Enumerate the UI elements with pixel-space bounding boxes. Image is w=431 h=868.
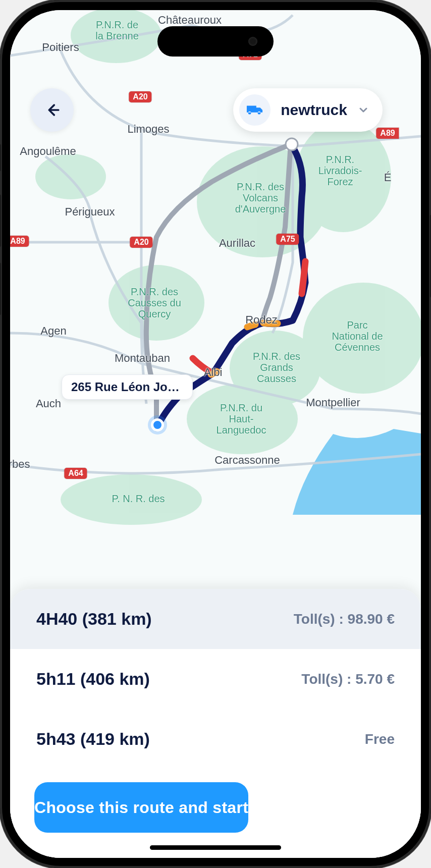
map-city-label: Auch bbox=[36, 397, 61, 410]
map-park-label: P. N. R. des bbox=[112, 493, 165, 504]
start-route-button[interactable]: Choose this route and start bbox=[34, 782, 248, 833]
arrow-left-icon bbox=[43, 101, 61, 119]
map-city-label: Châteauroux bbox=[158, 14, 222, 27]
screen: ChâteaurouxPoitiersLimogesAngoulêmePérig… bbox=[10, 10, 421, 858]
map-city-label: Périgueux bbox=[65, 205, 115, 219]
map-city-label: Montauban bbox=[115, 352, 170, 365]
road-badge: A89 bbox=[376, 128, 399, 139]
map-city-label: Angoulême bbox=[20, 145, 76, 158]
route-summary: 5h11 (406 km) bbox=[36, 669, 150, 689]
route-options-sheet: 4H40 (381 km) Toll(s) : 98.90 € 5h11 (40… bbox=[10, 589, 421, 858]
map-city-label: Carcassonne bbox=[214, 454, 280, 467]
map-city-label: Limoges bbox=[127, 123, 169, 136]
phone-frame: ChâteaurouxPoitiersLimogesAngoulêmePérig… bbox=[0, 0, 431, 868]
side-button bbox=[0, 262, 1, 315]
side-button bbox=[0, 194, 1, 247]
road-badge: A20 bbox=[129, 91, 151, 102]
route-toll: Free bbox=[365, 731, 395, 747]
map-city-label: Rodez bbox=[245, 313, 278, 327]
map-park-label: P.N.R. de la Brenne bbox=[95, 19, 139, 41]
dynamic-island bbox=[157, 26, 274, 57]
side-button bbox=[0, 144, 1, 172]
map-park-label: P.N.R. des Grands Causses bbox=[253, 351, 300, 384]
home-indicator[interactable] bbox=[150, 845, 281, 850]
road-badge: A64 bbox=[64, 468, 87, 479]
route-summary: 4H40 (381 km) bbox=[36, 609, 152, 629]
map-city-label: Albi bbox=[204, 366, 223, 379]
vehicle-selector[interactable]: newtruck bbox=[233, 88, 383, 132]
road-badge: A20 bbox=[130, 237, 152, 248]
map-city-label: É bbox=[384, 171, 392, 184]
route-option[interactable]: 5h11 (406 km) Toll(s) : 5.70 € bbox=[10, 649, 421, 709]
map-park-label: P.N.R. Livradois- Forez bbox=[318, 154, 362, 187]
map-park-label: P.N.R. des Volcans d'Auvergne bbox=[235, 181, 286, 214]
map-park-label: Parc National de Cévennes bbox=[332, 319, 383, 353]
destination-label[interactable]: 265 Rue Léon Joulin… bbox=[62, 374, 193, 400]
map-park-label: P.N.R. des Causses du Quercy bbox=[128, 286, 181, 319]
vehicle-name: newtruck bbox=[281, 101, 347, 119]
route-option[interactable]: 5h43 (419 km) Free bbox=[10, 709, 421, 769]
map-city-label: Montpellier bbox=[306, 396, 360, 409]
route-toll: Toll(s) : 5.70 € bbox=[301, 671, 395, 687]
current-location-dot bbox=[151, 418, 164, 431]
route-summary: 5h43 (419 km) bbox=[36, 729, 150, 749]
map-city-label: Agen bbox=[40, 324, 66, 338]
svg-point-7 bbox=[35, 154, 106, 199]
map-city-label: Aurillac bbox=[219, 237, 255, 250]
back-button[interactable] bbox=[30, 88, 74, 132]
route-toll: Toll(s) : 98.90 € bbox=[294, 611, 395, 627]
svg-point-9 bbox=[286, 138, 298, 150]
truck-icon bbox=[239, 94, 271, 126]
map-city-label: Poitiers bbox=[42, 41, 79, 54]
map-city-label: ·rbes bbox=[10, 458, 30, 471]
road-badge: A89 bbox=[10, 236, 29, 247]
road-badge: A75 bbox=[276, 234, 299, 245]
chevron-down-icon bbox=[357, 104, 369, 116]
route-option[interactable]: 4H40 (381 km) Toll(s) : 98.90 € bbox=[10, 589, 421, 649]
map-park-label: P.N.R. du Haut- Languedoc bbox=[217, 402, 266, 436]
